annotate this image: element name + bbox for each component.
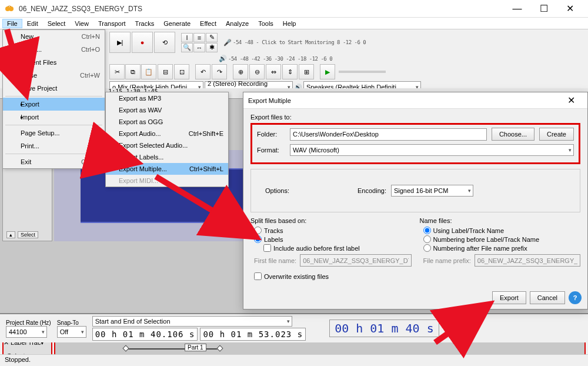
- fit-project-button[interactable]: ⇕: [282, 64, 298, 79]
- file-exit[interactable]: ExitCtrl+Q: [3, 155, 105, 168]
- menu-help[interactable]: Help: [278, 19, 301, 28]
- export-multiple[interactable]: Export Multiple...Ctrl+Shift+L: [106, 163, 228, 175]
- export-wav[interactable]: Export as WAV: [106, 104, 228, 116]
- folder-input[interactable]: [290, 128, 487, 141]
- undo-button[interactable]: ↶: [195, 64, 211, 79]
- envelope-tool[interactable]: ≡: [193, 33, 205, 42]
- minimize-button[interactable]: —: [504, 1, 530, 17]
- file-print[interactable]: Print...: [3, 139, 105, 152]
- cancel-button[interactable]: Cancel: [530, 291, 565, 304]
- selection-toolbar: Project Rate (Hz) 44100 Snap-To Off Star…: [0, 313, 588, 342]
- menu-bar: File Edit Select View Transport Tracks G…: [0, 18, 588, 29]
- export-labels[interactable]: Export Labels...: [106, 151, 228, 163]
- menu-tools[interactable]: Tools: [253, 19, 278, 28]
- split-files-label: Split files based on:: [250, 217, 412, 224]
- name-files-label: Name files:: [420, 217, 581, 224]
- first-file-label: First file name:: [254, 257, 296, 264]
- selection-tool[interactable]: I: [181, 33, 193, 42]
- loop-button[interactable]: ⟲: [154, 32, 175, 53]
- create-folder-button[interactable]: Create: [539, 128, 574, 141]
- paste-button[interactable]: 📋: [141, 64, 156, 79]
- prefix-input: [475, 254, 580, 267]
- label-part1[interactable]: Part 1: [185, 344, 206, 351]
- overwrite-checkbox[interactable]: [254, 272, 262, 280]
- window-title: 06_NEW_JAZZ_SSQ3_ENERGY_DTS: [19, 5, 504, 13]
- app-icon: [5, 4, 14, 14]
- export-ogg[interactable]: Export as OGG: [106, 116, 228, 128]
- menu-generate[interactable]: Generate: [159, 19, 195, 28]
- menu-transport[interactable]: Transport: [93, 19, 131, 28]
- trim-button[interactable]: ⊟: [158, 64, 173, 79]
- record-meter[interactable]: -54 -48 - Click to Start Monitoring 8 -1…: [233, 39, 366, 45]
- encoding-label: Encoding:: [358, 187, 386, 194]
- format-combo[interactable]: WAV (Microsoft): [290, 144, 574, 156]
- fit-selection-button[interactable]: ⇔: [266, 64, 281, 79]
- dialog-close-button[interactable]: ✕: [559, 95, 583, 106]
- file-save-project[interactable]: Save Project▸: [3, 82, 105, 95]
- snap-to-label: Snap-To: [57, 320, 86, 326]
- file-export[interactable]: Export▸: [3, 98, 105, 111]
- menu-tracks[interactable]: Tracks: [131, 19, 159, 28]
- file-new[interactable]: NewCtrl+N: [3, 30, 105, 43]
- maximize-button[interactable]: ☐: [530, 1, 557, 17]
- multi-tool[interactable]: ✱: [206, 43, 218, 52]
- options-label: Options:: [265, 187, 289, 194]
- include-before-checkbox[interactable]: [263, 244, 271, 252]
- prefix-label: File name prefix:: [423, 257, 471, 264]
- export-selected[interactable]: Export Selected Audio...: [106, 139, 228, 151]
- close-button[interactable]: ✕: [557, 1, 583, 17]
- skip-end-button[interactable]: ▶|: [109, 32, 131, 53]
- menu-select[interactable]: Select: [43, 19, 71, 28]
- zoom-out-button[interactable]: ⊖: [249, 64, 265, 79]
- record-button[interactable]: ●: [132, 32, 153, 53]
- select-track-button[interactable]: Select: [18, 231, 38, 238]
- selection-start-time[interactable]: 00 h 01 m 40.106 s: [92, 328, 198, 341]
- zoom-toggle-button[interactable]: ⊞: [299, 64, 314, 79]
- mic-icon: 🎤: [223, 39, 232, 46]
- file-close[interactable]: CloseCtrl+W: [3, 69, 105, 82]
- play-at-speed-button[interactable]: ▶: [320, 64, 335, 79]
- menu-analyze[interactable]: Analyze: [221, 19, 253, 28]
- menu-edit[interactable]: Edit: [22, 19, 43, 28]
- play-meter[interactable]: -54 -48 -42 -36 -30 -24 -18 -12 -6 0: [228, 56, 332, 62]
- split-labels-radio[interactable]: [254, 235, 262, 243]
- audio-position-time[interactable]: 00 h 01 m 40 s: [329, 320, 439, 337]
- zoom-in-button[interactable]: ⊕: [233, 64, 248, 79]
- zoom-tool[interactable]: 🔍: [181, 43, 193, 52]
- export-files-to-label: Export files to:: [250, 114, 580, 121]
- project-rate-combo[interactable]: 44100: [6, 326, 47, 338]
- timeshift-tool[interactable]: ↔: [193, 43, 205, 52]
- project-rate-label: Project Rate (Hz): [6, 320, 51, 326]
- encoding-combo[interactable]: Signed 16-bit PCM: [391, 185, 473, 197]
- file-import[interactable]: Import▸: [3, 111, 105, 124]
- menu-effect[interactable]: Effect: [195, 19, 221, 28]
- file-open[interactable]: Open...Ctrl+O: [3, 43, 105, 56]
- export-mp3[interactable]: Export as MP3: [106, 92, 228, 104]
- selection-mode-combo[interactable]: Start and End of Selection: [92, 316, 292, 327]
- snap-to-combo[interactable]: Off: [57, 326, 86, 338]
- name-using-label-radio[interactable]: [423, 227, 431, 234]
- draw-tool[interactable]: ✎: [206, 33, 218, 42]
- cut-button[interactable]: ✂: [109, 64, 125, 79]
- menu-file[interactable]: File: [2, 19, 22, 28]
- export-multiple-dialog: Export Multiple ✕ Export files to: Folde…: [243, 92, 588, 310]
- redo-button[interactable]: ↷: [212, 64, 227, 79]
- split-tracks-radio[interactable]: [254, 227, 262, 234]
- help-button[interactable]: ?: [569, 291, 582, 304]
- export-audio[interactable]: Export Audio...Ctrl+Shift+E: [106, 128, 228, 139]
- name-number-before-radio[interactable]: [423, 235, 431, 243]
- silence-button[interactable]: ⊡: [174, 64, 189, 79]
- file-page-setup[interactable]: Page Setup...: [3, 127, 105, 139]
- dialog-title: Export Multiple: [248, 97, 291, 104]
- file-recent[interactable]: Recent Files▸: [3, 56, 105, 69]
- export-button[interactable]: Export: [492, 291, 526, 304]
- speed-slider[interactable]: [339, 71, 386, 73]
- copy-button[interactable]: ⧉: [125, 64, 141, 79]
- title-bar: 06_NEW_JAZZ_SSQ3_ENERGY_DTS — ☐ ✕: [0, 0, 588, 18]
- menu-view[interactable]: View: [70, 19, 93, 28]
- status-bar: Stopped.: [0, 354, 588, 366]
- selection-end-time[interactable]: 00 h 01 m 53.023 s: [200, 328, 306, 341]
- choose-folder-button[interactable]: Choose...: [492, 128, 534, 141]
- export-submenu: Export as MP3 Export as WAV Export as OG…: [105, 92, 229, 187]
- name-number-after-radio[interactable]: [423, 244, 431, 252]
